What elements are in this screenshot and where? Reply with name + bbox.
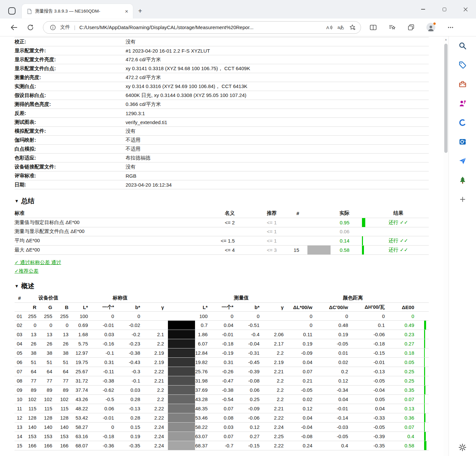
info-label: 显示配置文件白点: bbox=[15, 64, 126, 73]
summary-row: 测量与显示配置文件白点 ΔE*00<= 10.06 bbox=[15, 227, 429, 236]
read-aloud-icon[interactable]: A bbox=[325, 23, 334, 32]
close-window-button[interactable] bbox=[455, 0, 476, 19]
summary-row: 平均 ΔE*00<= 1.5<= 10.14还行 ✓✓ bbox=[15, 236, 429, 245]
browser-toolbar: 文件 | C:/Users/MK/AppData/Roaming/Display… bbox=[0, 19, 476, 36]
tools-icon[interactable] bbox=[456, 77, 469, 91]
rewards-icon[interactable] bbox=[456, 97, 469, 110]
col-header: ΔH'00/瓦 bbox=[352, 303, 389, 312]
col-header: 实际 bbox=[334, 209, 353, 218]
delta-e-bar bbox=[424, 358, 425, 367]
info-label: 测得的黑色亮度: bbox=[15, 100, 126, 109]
group-header: 测量值 bbox=[195, 294, 288, 303]
info-row: 显示配置文件亮度:472.6 cd/平方米 bbox=[15, 55, 429, 64]
overview-row: 0764646425.67-0.11-0.32.2225.76-0.26-0.3… bbox=[15, 367, 429, 376]
actual-bar bbox=[362, 218, 365, 227]
info-row: 设备链接配置文件:没有 bbox=[15, 162, 429, 171]
delta-e-value: 0.07 bbox=[389, 423, 418, 432]
tab-close-icon[interactable]: × bbox=[124, 8, 130, 15]
info-label: 显示配置文件: bbox=[15, 46, 126, 55]
microsoft-365-icon[interactable] bbox=[456, 116, 469, 129]
actual-bar bbox=[362, 236, 363, 245]
result-value: 还行 ✓✓ bbox=[368, 236, 429, 245]
gray-swatch bbox=[168, 339, 195, 348]
outlook-icon[interactable] bbox=[456, 135, 469, 148]
rank-bar bbox=[307, 246, 331, 254]
overview-row: 0877777731.72-0.38-0.12.2131.98-0.47-0.0… bbox=[15, 376, 429, 386]
settings-gear-icon[interactable] bbox=[456, 441, 469, 454]
result-value bbox=[368, 227, 429, 236]
delta-e-value: 0.27 bbox=[389, 339, 418, 348]
collapse-triangle-icon[interactable]: ▼ bbox=[15, 284, 19, 289]
overview-col-header-row: R G B L* 一个* b* γ L* 一个* b* γ ΔL*00/w ΔC… bbox=[15, 303, 429, 312]
browser-tab[interactable]: 测量报告 3.8.9.3 — NE160QDM- × bbox=[22, 4, 133, 19]
col-header: G bbox=[40, 303, 56, 312]
refresh-icon[interactable] bbox=[25, 22, 36, 33]
more-options-icon[interactable] bbox=[447, 24, 454, 31]
info-row: 模拟配置文件:没有 bbox=[15, 127, 429, 136]
info-row: 日期:2023-04-20 16:12:34 bbox=[15, 180, 429, 189]
gray-swatch bbox=[168, 423, 195, 432]
overview-row: 1010210210243.26-0.50.282.243.28-0.540.2… bbox=[15, 395, 429, 404]
col-header: # bbox=[15, 294, 24, 303]
address-bar[interactable]: 文件 | C:/Users/MK/AppData/Roaming/Display… bbox=[43, 21, 361, 34]
tree-icon[interactable] bbox=[456, 173, 469, 187]
info-value: 472.2 cd/平方米 bbox=[126, 73, 429, 82]
info-row: 色彩适应:布拉德福德 bbox=[15, 154, 429, 162]
overview-row: 0125525525510000100000000 bbox=[15, 312, 429, 321]
pass-status: ✓ 通过标称公差 通过 ✓推荐公差 bbox=[15, 259, 443, 274]
nominal-pass-line[interactable]: ✓ 通过标称公差 通过 bbox=[15, 259, 61, 266]
add-to-sidebar-icon[interactable] bbox=[456, 193, 469, 206]
workspaces-icon[interactable] bbox=[8, 7, 16, 15]
overview-section-title[interactable]: ▼概述 bbox=[15, 282, 443, 291]
overview-row: 042626265.75-0.16-0.232.26.07-0.18-0.042… bbox=[15, 339, 429, 348]
scrollbar-thumb[interactable] bbox=[444, 44, 448, 153]
delta-e-bar bbox=[424, 413, 425, 422]
add-favorite-icon[interactable] bbox=[348, 23, 357, 32]
result-value: 还行 ✓✓ bbox=[368, 245, 429, 254]
col-header: 标准 bbox=[15, 209, 215, 218]
shopping-icon[interactable] bbox=[456, 58, 469, 71]
favorites-icon[interactable] bbox=[389, 24, 396, 30]
info-value: 没有 bbox=[126, 37, 429, 46]
split-screen-icon[interactable] bbox=[370, 24, 377, 31]
scroll-up-icon[interactable]: ▲ bbox=[443, 38, 449, 41]
gray-swatch bbox=[168, 376, 195, 386]
search-icon[interactable] bbox=[456, 39, 469, 52]
delta-e-value: 0.35 bbox=[389, 386, 418, 395]
gray-swatch bbox=[168, 404, 195, 413]
delta-e-value: 0.13 bbox=[389, 404, 418, 413]
actual-value: 0.06 bbox=[334, 227, 353, 236]
info-row: 白点模拟:不适用 bbox=[15, 145, 429, 154]
delta-e-value: 0.07 bbox=[389, 395, 418, 404]
info-label: 假设目标白点: bbox=[15, 91, 126, 100]
overview-row: 1415315315363.16-0.180.192.2463.070.070.… bbox=[15, 432, 429, 441]
overview-row: 1314014014058.2700.152.2458.220.030.122.… bbox=[15, 423, 429, 432]
drop-icon[interactable] bbox=[456, 154, 469, 167]
new-tab-button[interactable]: + bbox=[136, 7, 144, 15]
url-text[interactable]: C:/Users/MK/AppData/Roaming/DisplayCAL/s… bbox=[79, 24, 322, 30]
info-row: 测试图表:verify_extended.ti1 bbox=[15, 118, 429, 127]
translate-icon[interactable]: aあ bbox=[337, 23, 345, 32]
delta-e-value: 0.25 bbox=[389, 367, 418, 376]
info-row: 实测白点:xy 0.314 0.3316 (XYZ 94.69 100 106.… bbox=[15, 82, 429, 91]
profile-avatar[interactable] bbox=[426, 23, 435, 32]
recommended-pass-line[interactable]: ✓推荐公差 bbox=[15, 268, 39, 274]
delta-e-value: 0.58 bbox=[389, 441, 418, 450]
col-header: L* bbox=[195, 303, 212, 312]
summary-section-title[interactable]: ▼总结 bbox=[15, 197, 443, 205]
actual-value: 0.58 bbox=[334, 245, 353, 254]
actual-value: 0.95 bbox=[334, 218, 353, 227]
back-icon[interactable] bbox=[9, 22, 19, 33]
info-label: 反差: bbox=[15, 109, 126, 118]
collapse-triangle-icon[interactable]: ▼ bbox=[15, 199, 19, 204]
vertical-scrollbar[interactable]: ▲ bbox=[443, 36, 449, 456]
collections-icon[interactable] bbox=[408, 24, 415, 31]
document-icon bbox=[27, 9, 32, 14]
maximize-button[interactable] bbox=[434, 0, 455, 19]
delta-e-value: 0.23 bbox=[389, 330, 418, 339]
svg-text:A: A bbox=[326, 25, 329, 30]
delta-e-bar bbox=[424, 339, 425, 348]
page-info-icon[interactable] bbox=[49, 23, 57, 32]
info-value: 1290.3:1 bbox=[126, 109, 429, 118]
minimize-button[interactable] bbox=[413, 0, 434, 19]
